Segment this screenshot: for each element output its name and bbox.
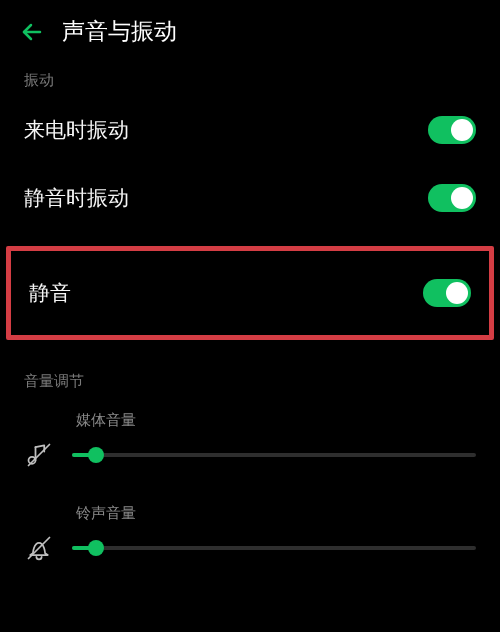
row-label: 来电时振动 <box>24 116 129 144</box>
ringtone-volume-row <box>24 533 476 563</box>
media-volume-row <box>24 440 476 470</box>
volume-section-label: 音量调节 <box>0 350 500 395</box>
toggle-silent-mode[interactable] <box>423 279 471 307</box>
media-volume-slider[interactable] <box>72 453 476 457</box>
row-incoming-call-vibrate[interactable]: 来电时振动 <box>0 96 500 164</box>
toggle-incoming-call-vibrate[interactable] <box>428 116 476 144</box>
bell-muted-icon <box>24 533 54 563</box>
media-volume-label: 媒体音量 <box>24 395 476 440</box>
media-volume-block: 媒体音量 <box>0 395 500 488</box>
row-label: 静音时振动 <box>24 184 129 212</box>
music-note-muted-icon <box>24 440 54 470</box>
row-label: 静音 <box>29 279 71 307</box>
header-bar: 声音与振动 <box>0 0 500 57</box>
vibration-section-label: 振动 <box>0 57 500 96</box>
ringtone-volume-block: 铃声音量 <box>0 488 500 581</box>
toggle-silent-vibrate[interactable] <box>428 184 476 212</box>
highlighted-silent-row: 静音 <box>6 246 494 340</box>
row-silent-mode[interactable]: 静音 <box>11 251 489 335</box>
back-arrow-icon[interactable] <box>20 20 44 44</box>
slider-thumb[interactable] <box>88 540 104 556</box>
page-title: 声音与振动 <box>62 16 177 47</box>
ringtone-volume-slider[interactable] <box>72 546 476 550</box>
ringtone-volume-label: 铃声音量 <box>24 488 476 533</box>
slider-thumb[interactable] <box>88 447 104 463</box>
svg-line-2 <box>29 445 50 466</box>
row-silent-vibrate[interactable]: 静音时振动 <box>0 164 500 232</box>
